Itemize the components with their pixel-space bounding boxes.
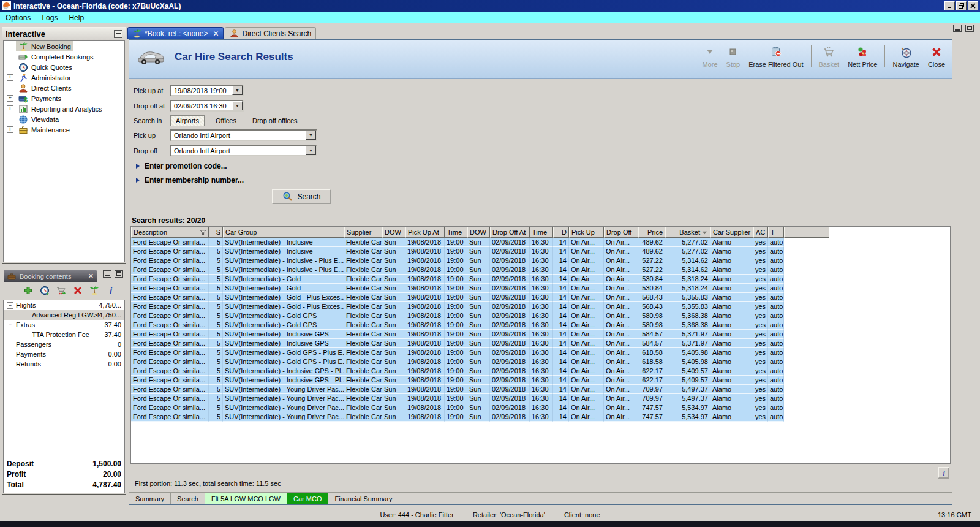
column-header-supplier-3[interactable]: Supplier — [344, 227, 382, 238]
chevron-down-icon[interactable]: ▼ — [306, 131, 316, 140]
booking-row-passengers[interactable]: Passengers0 — [4, 339, 124, 349]
result-row[interactable]: Ford Escape Or simila...5SUV(Intermediat… — [131, 275, 784, 284]
search-in-option-offices[interactable]: Offices — [211, 116, 241, 126]
document-tab-direct-clients-search[interactable]: Direct Clients Search — [225, 27, 316, 39]
bottom-tab-car-mco[interactable]: Car MCO — [287, 493, 328, 504]
add-plus-button[interactable] — [23, 286, 33, 295]
sidebar-item-content[interactable]: Viewdata — [16, 114, 61, 124]
column-header-drop-off-12[interactable]: Drop Off — [604, 227, 638, 238]
result-row[interactable]: Ford Escape Or simila...5SUV(Intermediat… — [131, 394, 784, 403]
expand-toggle[interactable]: + — [7, 74, 13, 81]
navigate-button[interactable]: Navigate — [888, 44, 923, 68]
column-header-drop-off-at-8[interactable]: Drop Off At — [490, 227, 530, 238]
chevron-down-icon[interactable]: ▼ — [306, 146, 316, 155]
panel-restore-button[interactable] — [115, 270, 123, 278]
sidebar-item-content[interactable]: Maintenance — [16, 124, 72, 135]
booking-row-payments[interactable]: Payments0.00 — [4, 349, 124, 359]
collapse-toggle[interactable]: − — [7, 322, 13, 328]
delete-x-button[interactable] — [73, 286, 83, 295]
column-header-dow-7[interactable]: DOW — [467, 227, 490, 238]
booking-row-tta-protection-fee[interactable]: TTA Protection Fee37.40 — [4, 330, 124, 339]
menu-help[interactable]: Help — [63, 12, 89, 23]
column-header-car-supplier-15[interactable]: Car Supplier — [710, 227, 753, 238]
pickup-at-combo[interactable]: 19/08/2018 19:00 ▼ — [170, 85, 244, 96]
chevron-down-icon[interactable]: ▼ — [232, 86, 243, 95]
bottom-tab-financial-summary[interactable]: Financial Summary — [328, 493, 399, 504]
result-row[interactable]: Ford Escape Or simila...5SUV(Intermediat… — [131, 284, 784, 293]
result-row[interactable]: Ford Escape Or simila...5SUV(Intermediat… — [131, 293, 784, 302]
chevron-down-icon[interactable]: ▼ — [232, 101, 243, 110]
dropoff-at-combo[interactable]: 02/09/2018 16:30 ▼ — [170, 100, 244, 112]
booking-contents-tab[interactable]: Booking contents ✕ — [4, 270, 97, 282]
column-header-car-group-2[interactable]: Car Group — [223, 227, 344, 238]
menu-logs[interactable]: Logs — [36, 12, 63, 23]
column-header-dow-4[interactable]: DOW — [382, 227, 405, 238]
menu-options[interactable]: Options — [0, 12, 36, 23]
column-header-price-13[interactable]: Price — [638, 227, 665, 238]
sidebar-item-content[interactable]: Direct Clients — [16, 83, 74, 93]
document-tab-book-ref-none[interactable]: *Book. ref.: <none>✕ — [127, 27, 224, 39]
booking-row-advanced-reg-lgw-m[interactable]: Advanced Reg LGW>M4,750... — [4, 310, 124, 320]
result-row[interactable]: Ford Escape Or simila...5SUV(Intermediat… — [131, 320, 784, 330]
mdi-minimize-button[interactable] — [953, 25, 962, 32]
column-header-time-9[interactable]: Time — [530, 227, 553, 238]
expand-toggle[interactable]: + — [7, 95, 13, 102]
close-tab-button[interactable]: ✕ — [213, 29, 219, 38]
palm-tree-button[interactable] — [89, 286, 99, 295]
erase-filtered-out-button[interactable]: Erase Filtered Out — [744, 44, 807, 68]
search-button[interactable]: Search — [272, 189, 331, 204]
sidebar-item-administrator[interactable]: +Administrator — [4, 72, 124, 83]
membership-number-expander[interactable]: Enter membership number... — [136, 176, 952, 184]
dropoff-combo[interactable]: Orlando Intl Airport ▼ — [170, 145, 317, 156]
column-header-description-0[interactable]: Description — [131, 227, 209, 238]
booking-row-extras[interactable]: −Extras37.40 — [4, 320, 124, 330]
restore-button[interactable] — [956, 1, 967, 10]
promotion-code-expander[interactable]: Enter promotion code... — [136, 162, 952, 170]
pickup-combo[interactable]: Orlando Intl Airport ▼ — [170, 129, 317, 141]
result-row[interactable]: Ford Escape Or simila...5SUV(Intermediat… — [131, 256, 784, 265]
result-row[interactable]: Ford Escape Or simila...5SUV(Intermediat… — [131, 339, 784, 348]
search-in-option-drop-off-offices[interactable]: Drop off offices — [247, 116, 303, 126]
expand-toggle[interactable]: + — [7, 126, 13, 133]
column-header-t-17[interactable]: T — [768, 227, 784, 238]
result-row[interactable]: Ford Escape Or simila...5SUV(Intermediat… — [131, 265, 784, 275]
mdi-maximize-button[interactable] — [965, 25, 974, 32]
close-panel-icon[interactable]: ✕ — [88, 272, 94, 280]
sidebar-item-content[interactable]: New Booking — [16, 41, 74, 51]
column-header-time-6[interactable]: Time — [445, 227, 467, 238]
nett-price-button[interactable]: Nett Price — [843, 44, 881, 68]
panel-minimize-button[interactable] — [103, 270, 111, 278]
panel-collapse-button[interactable] — [114, 30, 123, 38]
collapse-toggle[interactable]: − — [7, 302, 13, 309]
sidebar-item-viewdata[interactable]: Viewdata — [4, 114, 124, 124]
sidebar-item-completed-bookings[interactable]: Completed Bookings — [4, 51, 124, 62]
result-row[interactable]: Ford Escape Or simila...5SUV(Intermediat… — [131, 403, 784, 412]
bottom-tab-search[interactable]: Search — [171, 493, 205, 504]
column-header-pick-up-at-5[interactable]: Pick Up At — [405, 227, 445, 238]
result-row[interactable]: Ford Escape Or simila...5SUV(Intermediat… — [131, 238, 784, 247]
close-button[interactable]: Close — [924, 44, 949, 68]
sidebar-item-maintenance[interactable]: +Maintenance — [4, 124, 124, 135]
result-row[interactable]: Ford Escape Or simila...5SUV(Intermediat… — [131, 376, 784, 385]
sidebar-item-content[interactable]: Administrator — [16, 72, 74, 83]
result-row[interactable]: Ford Escape Or simila...5SUV(Intermediat… — [131, 348, 784, 357]
result-row[interactable]: Ford Escape Or simila...5SUV(Intermediat… — [131, 330, 784, 339]
close-window-button[interactable] — [968, 1, 978, 10]
sidebar-item-payments[interactable]: +$Payments — [4, 93, 124, 104]
result-row[interactable]: Ford Escape Or simila...5SUV(Intermediat… — [131, 311, 784, 320]
sidebar-item-content[interactable]: Reporting and Analytics — [16, 104, 105, 114]
result-row[interactable]: Ford Escape Or simila...5SUV(Intermediat… — [131, 385, 784, 394]
column-header-ac-16[interactable]: AC — [753, 227, 768, 238]
column-header-basket-14[interactable]: Basket — [665, 227, 710, 238]
info-button[interactable]: i — [938, 467, 949, 479]
result-row[interactable]: Ford Escape Or simila...5SUV(Intermediat… — [131, 247, 784, 256]
result-row[interactable]: Ford Escape Or simila...5SUV(Intermediat… — [131, 366, 784, 376]
column-header-d-10[interactable]: D — [553, 227, 569, 238]
booking-row-refunds[interactable]: Refunds0.00 — [4, 359, 124, 369]
expand-toggle[interactable]: + — [7, 105, 13, 112]
column-header-pick-up-11[interactable]: Pick Up — [569, 227, 604, 238]
booking-row-flights[interactable]: −Flights4,750... — [4, 300, 124, 310]
info-button[interactable]: i — [106, 286, 116, 295]
bottom-tab-summary[interactable]: Summary — [129, 493, 171, 504]
sidebar-item-reporting-and-analytics[interactable]: +Reporting and Analytics — [4, 104, 124, 114]
